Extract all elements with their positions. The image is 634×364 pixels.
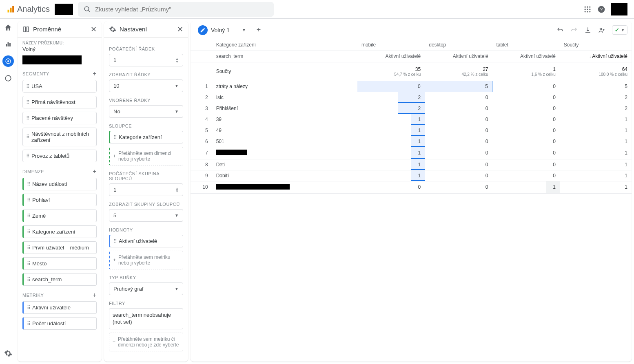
status-indicator[interactable]: ✔▼	[612, 25, 627, 35]
chip-item[interactable]: ⠿USA	[22, 80, 97, 93]
undo-icon[interactable]	[556, 26, 564, 34]
chip-item[interactable]: ⠿Kategorie zařízení	[22, 225, 97, 238]
tab-name: Volný 1	[211, 27, 230, 33]
col-mobile[interactable]: mobile	[357, 39, 425, 51]
add-metric-icon[interactable]: +	[93, 291, 97, 299]
cell-type-select[interactable]: Pruhový graf▼	[109, 282, 183, 295]
tab-active[interactable]: Volný 1 ▼	[195, 24, 249, 37]
check-circle-icon: ✔	[615, 27, 619, 33]
svg-point-10	[589, 9, 590, 10]
add-segment-icon[interactable]: +	[93, 70, 97, 77]
table-row[interactable]: 9Dobití1001	[191, 170, 632, 181]
col-tablet[interactable]: tablet	[492, 39, 560, 51]
table-row[interactable]: 4391001	[191, 114, 632, 125]
grip-icon: ⠿	[27, 197, 30, 203]
search-bar[interactable]	[78, 2, 274, 17]
table-row[interactable]: 3Přihlášení2002	[191, 103, 632, 114]
grip-icon: ⠿	[113, 135, 116, 140]
metric-label[interactable]: Aktivní uživatelé	[425, 51, 492, 62]
redo-icon[interactable]	[570, 26, 578, 34]
nav-explore-icon[interactable]	[2, 55, 14, 67]
start-col-group-input[interactable]: 1▲▼	[109, 183, 183, 196]
table-row[interactable]: 5491001	[191, 125, 632, 136]
chip-item[interactable]: ⠿Počet událostí	[22, 317, 97, 330]
variables-icon	[22, 26, 30, 33]
chip-item[interactable]: ⠿Město	[22, 257, 97, 270]
redacted-block	[611, 3, 627, 15]
settings-icon	[109, 26, 116, 33]
nested-rows-select[interactable]: No▼	[109, 105, 183, 118]
search-icon	[84, 6, 91, 13]
add-dimension-icon[interactable]: +	[93, 168, 97, 175]
chevron-down-icon[interactable]: ▼	[242, 28, 246, 32]
svg-rect-0	[8, 9, 9, 12]
svg-point-13	[589, 11, 590, 12]
chevron-down-icon: ▼	[175, 109, 179, 114]
table-row[interactable]: 71001	[191, 147, 632, 159]
column-dropzone[interactable]: +Přetáhněte sem dimenzi nebo ji vyberte	[109, 147, 183, 165]
svg-rect-17	[8, 42, 9, 47]
svg-rect-23	[27, 27, 29, 32]
close-icon[interactable]: ✕	[177, 25, 183, 34]
start-row-input[interactable]: 1▲▼	[109, 54, 183, 66]
columns-label: SLOUPCE	[109, 124, 183, 128]
table-row[interactable]: 1ztráty a nálezy0505	[191, 81, 632, 92]
svg-point-11	[585, 11, 586, 12]
chip-item[interactable]: ⠿Návštěvnost z mobilních zařízení	[22, 128, 97, 146]
chip-item[interactable]: ⠿Pohlaví	[22, 194, 97, 206]
exploration-name-label: NÁZEV PRŮZKUMU:	[22, 41, 97, 45]
show-col-groups-select[interactable]: 5▼	[109, 209, 183, 222]
show-rows-select[interactable]: 10▼	[109, 79, 183, 92]
chip-item[interactable]: ⠿search_term	[22, 273, 97, 286]
nav-advertising-icon[interactable]	[3, 73, 13, 83]
plus-icon: +	[113, 339, 115, 345]
value-chip[interactable]: ⠿Aktivní uživatelé	[109, 235, 183, 247]
chevron-down-icon: ▼	[175, 287, 179, 291]
metric-label-sorted[interactable]: ↓Aktivní uživatelé	[560, 51, 632, 62]
apps-icon[interactable]	[583, 5, 592, 13]
metric-label[interactable]: Aktivní uživatelé	[492, 51, 560, 62]
tab-bar: Volný 1 ▼ + ✔▼	[191, 21, 632, 39]
exploration-name-value[interactable]: Volný	[22, 46, 97, 52]
chip-item[interactable]: ⠿Placené návštěvy	[22, 112, 97, 124]
variables-title: Proměnné	[33, 26, 91, 33]
table-row[interactable]: 65011001	[191, 136, 632, 147]
help-icon[interactable]: ?	[597, 5, 605, 13]
add-tab-button[interactable]: +	[253, 24, 264, 36]
chevron-down-icon: ▼	[621, 28, 625, 32]
nav-home-icon[interactable]	[3, 23, 13, 33]
chip-item[interactable]: ⠿Název události	[22, 178, 97, 190]
chip-item[interactable]: ⠿Země	[22, 210, 97, 222]
col-desktop[interactable]: desktop	[425, 39, 492, 51]
chip-item[interactable]: ⠿Aktivní uživatelé	[22, 301, 97, 314]
column-chip[interactable]: ⠿Kategorie zařízení	[109, 131, 183, 143]
nav-admin-icon[interactable]	[3, 349, 13, 358]
share-icon[interactable]	[598, 26, 605, 34]
svg-line-4	[88, 10, 90, 12]
table-row[interactable]: 2Isic2002	[191, 92, 632, 103]
chip-item[interactable]: ⠿Přímá návštěvnost	[22, 96, 97, 108]
dimensions-section-label: DIMENZE+	[22, 168, 97, 175]
header-category: Kategorie zařízení	[212, 39, 357, 51]
chip-item[interactable]: ⠿První uživatel – médium	[22, 241, 97, 254]
metric-label[interactable]: Aktivní uživatelé	[357, 51, 425, 62]
header-searchterm: search_term	[212, 51, 357, 62]
chip-item[interactable]: ⠿Provoz z tabletů	[22, 150, 97, 162]
nav-reports-icon[interactable]	[3, 39, 13, 49]
grip-icon: ⠿	[26, 115, 29, 121]
filter-dropzone[interactable]: +Přetáhněte sem metriku či dimenzi nebo …	[109, 333, 183, 351]
filter-chip[interactable]: search_term neobsahuje (not set)	[109, 308, 183, 329]
plus-icon: +	[113, 257, 116, 263]
search-input[interactable]	[95, 6, 268, 13]
value-dropzone[interactable]: +Přetáhněte sem metriku nebo ji vyberte	[109, 251, 183, 269]
left-nav-rail	[0, 19, 16, 364]
settings-title: Nastavení	[120, 26, 177, 33]
table-row[interactable]: 8Deti1001	[191, 159, 632, 170]
svg-rect-2	[12, 6, 14, 12]
svg-point-7	[589, 6, 590, 7]
table-row[interactable]: 100011	[191, 181, 632, 193]
col-totals[interactable]: Součty	[560, 39, 632, 51]
grip-icon: ⠿	[26, 134, 29, 140]
close-icon[interactable]: ✕	[91, 25, 97, 34]
download-icon[interactable]	[584, 26, 592, 34]
